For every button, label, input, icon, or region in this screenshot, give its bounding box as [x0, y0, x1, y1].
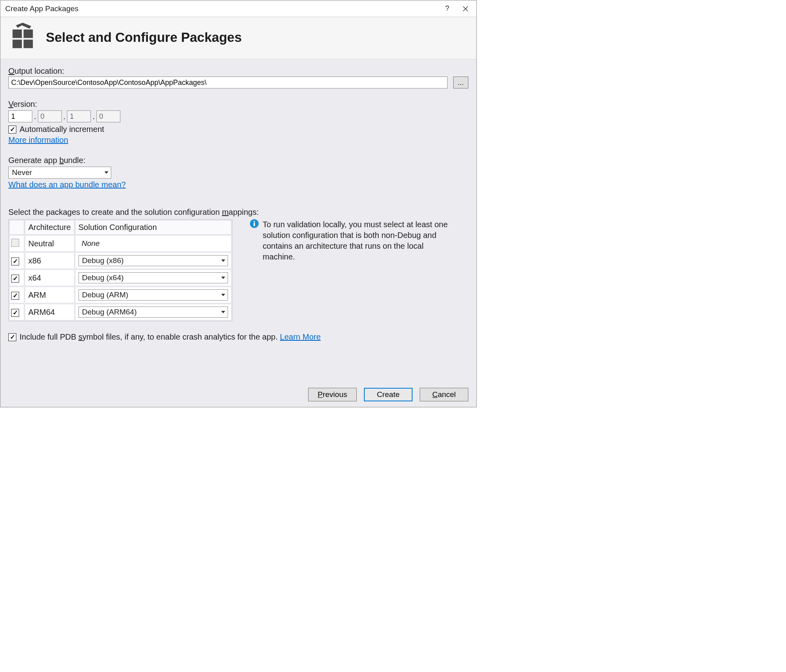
configuration-select[interactable]: Debug (x64)	[79, 272, 228, 283]
row-checkbox	[11, 239, 19, 247]
bundle-select[interactable]: Never	[8, 167, 111, 179]
window-title: Create App Packages	[5, 4, 438, 13]
bundle-help-link[interactable]: What does an app bundle mean?	[8, 180, 126, 189]
packages-label: Select the packages to create and the so…	[8, 208, 468, 217]
close-button[interactable]	[456, 0, 475, 17]
footer: Previous Create Cancel	[0, 382, 476, 407]
col-configuration: Solution Configuration	[75, 220, 232, 235]
dialog-body: Output location: ... Version: . . . Auto…	[0, 59, 476, 382]
table-row: ARMDebug (ARM)	[9, 287, 232, 303]
svg-point-8	[253, 221, 255, 222]
titlebar: Create App Packages ?	[0, 0, 476, 17]
chevron-down-icon	[221, 311, 225, 313]
configuration-select: None	[79, 238, 228, 249]
version-build-input[interactable]	[67, 110, 91, 122]
page-title: Select and Configure Packages	[46, 30, 242, 45]
row-checkbox[interactable]	[11, 257, 19, 265]
create-button[interactable]: Create	[364, 388, 413, 401]
architecture-cell: Neutral	[25, 235, 75, 252]
architecture-cell: ARM	[25, 287, 75, 303]
version-minor-input[interactable]	[38, 110, 62, 122]
previous-button[interactable]: Previous	[308, 388, 357, 401]
output-location-label: Output location:	[8, 67, 468, 76]
chevron-down-icon	[221, 277, 225, 279]
col-checkbox	[9, 220, 24, 235]
dialog-window: Create App Packages ? Select and Configu…	[0, 0, 477, 407]
configuration-cell: Debug (ARM64)	[75, 304, 232, 320]
configuration-cell: Debug (ARM)	[75, 287, 232, 303]
configuration-cell: Debug (x86)	[75, 252, 232, 269]
package-icon	[9, 23, 36, 52]
svg-marker-2	[16, 23, 31, 29]
help-button[interactable]: ?	[438, 0, 456, 17]
validation-text: To run validation locally, you must sele…	[263, 219, 457, 262]
chevron-down-icon	[104, 171, 108, 174]
info-icon	[250, 219, 259, 262]
architecture-cell: x86	[25, 252, 75, 269]
header-band: Select and Configure Packages	[0, 17, 476, 59]
col-architecture: Architecture	[25, 220, 75, 235]
version-label: Version:	[8, 100, 468, 109]
row-checkbox[interactable]	[11, 292, 19, 300]
table-row: x64Debug (x64)	[9, 269, 232, 286]
close-icon	[463, 6, 468, 12]
table-row: x86Debug (x86)	[9, 252, 232, 269]
svg-rect-9	[253, 223, 255, 226]
table-row: ARM64Debug (ARM64)	[9, 304, 232, 320]
configuration-select[interactable]: Debug (ARM)	[79, 289, 228, 301]
svg-rect-3	[13, 29, 22, 38]
chevron-down-icon	[221, 259, 225, 262]
configuration-select[interactable]: Debug (ARM64)	[79, 307, 228, 318]
bundle-label: Generate app bundle:	[8, 156, 468, 165]
table-row: NeutralNone	[9, 235, 232, 252]
svg-rect-5	[13, 40, 22, 48]
packages-table: Architecture Solution Configuration Neut…	[8, 219, 232, 321]
architecture-cell: ARM64	[25, 304, 75, 320]
svg-rect-4	[24, 29, 33, 38]
configuration-select[interactable]: Debug (x86)	[79, 255, 228, 266]
cancel-button[interactable]: Cancel	[420, 388, 468, 401]
row-checkbox[interactable]	[11, 309, 19, 317]
configuration-cell: None	[75, 235, 232, 252]
browse-button[interactable]: ...	[453, 77, 468, 88]
learn-more-link[interactable]: Learn More	[280, 332, 320, 341]
include-pdb-checkbox[interactable]	[8, 333, 16, 341]
architecture-cell: x64	[25, 269, 75, 286]
auto-increment-label: Automatically increment	[20, 125, 104, 134]
svg-rect-6	[24, 40, 33, 48]
chevron-down-icon	[221, 294, 225, 296]
output-location-input[interactable]	[8, 77, 448, 88]
include-pdb-label: Include full PDB symbol files, if any, t…	[20, 332, 321, 342]
configuration-cell: Debug (x64)	[75, 269, 232, 286]
validation-hint: To run validation locally, you must sele…	[250, 219, 457, 262]
auto-increment-checkbox[interactable]	[8, 126, 16, 134]
version-major-input[interactable]	[8, 110, 32, 122]
row-checkbox[interactable]	[11, 275, 19, 283]
more-information-link[interactable]: More information	[8, 136, 68, 144]
version-revision-input[interactable]	[96, 110, 120, 122]
